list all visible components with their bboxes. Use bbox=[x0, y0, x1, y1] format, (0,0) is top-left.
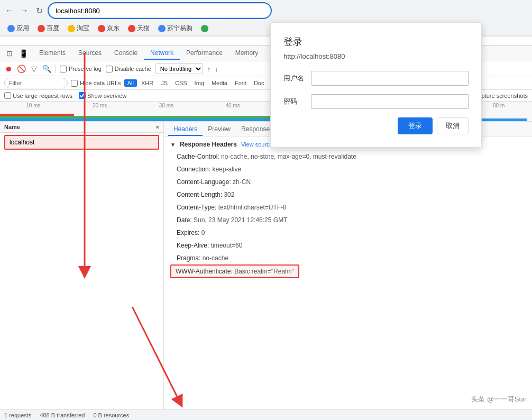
watermark: 头条 @一一哥Sun bbox=[471, 395, 527, 404]
use-large-rows-checkbox[interactable] bbox=[4, 92, 11, 99]
login-submit-button[interactable]: 登录 bbox=[398, 117, 433, 134]
tab-elements[interactable]: Elements bbox=[33, 47, 72, 60]
header-pragma-value: no-cache bbox=[203, 254, 228, 262]
response-headers-section: Response Headers View source Cache-Contr… bbox=[164, 136, 532, 282]
bookmark-jd[interactable]: 京东 bbox=[95, 23, 123, 34]
throttle-select[interactable]: No throttling Fast 3G Slow 3G Offline bbox=[155, 63, 203, 74]
filter-xhr-button[interactable]: XHR bbox=[138, 79, 157, 87]
login-dialog: 登录 http://localhost:8080 用户名 密码 登录 取消 bbox=[270, 22, 482, 148]
request-name-localhost: localhost bbox=[10, 139, 34, 146]
disable-cache-checkbox[interactable] bbox=[106, 66, 113, 72]
disable-cache-checkbox-label[interactable]: Disable cache bbox=[106, 66, 151, 72]
filter-media-button[interactable]: Media bbox=[208, 79, 231, 87]
browser-toolbar: ← → ↻ bbox=[0, 0, 532, 21]
show-overview-text: Show overview bbox=[87, 93, 126, 99]
header-connection-value: keep-alive bbox=[212, 166, 241, 173]
header-content-language: Content-Language: zh-CN bbox=[170, 176, 526, 188]
tab-sources[interactable]: Sources bbox=[72, 47, 108, 60]
header-pragma-name: Pragma: bbox=[177, 254, 203, 262]
capture-screenshots-text: Capture screenshots bbox=[474, 93, 528, 99]
filter-doc-button[interactable]: Doc bbox=[251, 79, 268, 87]
header-content-length: Content-Length: 302 bbox=[170, 188, 526, 201]
header-connection: Connection: keep-alive bbox=[170, 163, 526, 176]
suning-icon bbox=[158, 25, 166, 32]
detail-tab-response[interactable]: Response bbox=[236, 123, 275, 136]
login-buttons: 登录 取消 bbox=[283, 117, 469, 134]
response-headers-label: Response Headers bbox=[180, 141, 237, 148]
header-content-type: Content-Type: text/html;charset=UTF-8 bbox=[170, 201, 526, 214]
apps-icon bbox=[7, 25, 15, 32]
address-bar[interactable] bbox=[49, 3, 271, 18]
use-large-rows-label[interactable]: Use large request rows bbox=[4, 92, 72, 99]
filter-img-button[interactable]: Img bbox=[191, 79, 207, 87]
header-expires-value: 0 bbox=[201, 229, 205, 236]
bookmark-taobao[interactable]: 淘宝 bbox=[65, 23, 93, 34]
header-date-name: Date: bbox=[177, 216, 194, 224]
clear-button[interactable]: 🚫 bbox=[17, 65, 25, 73]
bookmark-extra[interactable] bbox=[198, 24, 212, 33]
bookmark-apps-label: 应用 bbox=[16, 24, 29, 33]
preserve-log-checkbox[interactable] bbox=[60, 66, 67, 72]
device-icon[interactable]: 📱 bbox=[18, 48, 29, 59]
header-expires: Expires: 0 bbox=[170, 226, 526, 239]
reload-button[interactable]: ↻ bbox=[34, 5, 44, 16]
filter-css-button[interactable]: CSS bbox=[172, 79, 190, 87]
password-label: 密码 bbox=[283, 97, 305, 106]
record-button[interactable]: ⏺ bbox=[4, 65, 13, 73]
view-source-link[interactable]: View source bbox=[241, 141, 273, 148]
preserve-log-checkbox-label[interactable]: Preserve log bbox=[60, 66, 102, 72]
inspect-icon[interactable]: ⊡ bbox=[4, 48, 15, 59]
search-icon[interactable]: 🔍 bbox=[42, 65, 51, 73]
tab-memory[interactable]: Memory bbox=[229, 47, 264, 60]
header-expires-name: Expires: bbox=[177, 229, 201, 236]
username-input[interactable] bbox=[311, 71, 469, 86]
hide-data-urls-label[interactable]: Hide data URLs bbox=[71, 80, 121, 87]
hide-data-urls-checkbox[interactable] bbox=[71, 80, 78, 87]
header-content-type-value: text/html;charset=UTF-8 bbox=[218, 204, 287, 211]
requests-name-header: Name bbox=[4, 124, 20, 130]
back-button[interactable]: ← bbox=[4, 5, 15, 16]
header-content-language-value: zh-CN bbox=[233, 178, 251, 186]
cancel-button[interactable]: 取消 bbox=[437, 117, 469, 134]
jd-icon bbox=[98, 25, 105, 32]
filter-js-button[interactable]: JS bbox=[158, 79, 171, 87]
tab-performance[interactable]: Performance bbox=[180, 47, 229, 60]
bookmark-suning[interactable]: 苏宁易购 bbox=[155, 23, 196, 34]
upload-icon[interactable]: ↑ bbox=[207, 65, 211, 73]
bookmark-apps[interactable]: 应用 bbox=[4, 23, 32, 34]
request-item-localhost[interactable]: localhost bbox=[4, 135, 159, 150]
bookmark-suning-label: 苏宁易购 bbox=[167, 24, 192, 33]
taobao-icon bbox=[68, 25, 75, 32]
download-icon[interactable]: ↓ bbox=[215, 65, 218, 73]
filter-font-button[interactable]: Font bbox=[232, 79, 250, 87]
detail-tab-headers[interactable]: Headers bbox=[168, 123, 203, 136]
tl-label-20ms: 20 ms bbox=[67, 103, 133, 108]
tab-network[interactable]: Network bbox=[144, 47, 180, 60]
password-input[interactable] bbox=[311, 94, 469, 109]
baidu-icon bbox=[38, 25, 45, 32]
resources-size: 0 B resources bbox=[93, 412, 129, 418]
close-panel-button[interactable]: × bbox=[156, 124, 159, 130]
preserve-log-label: Preserve log bbox=[69, 66, 102, 72]
show-overview-checkbox[interactable] bbox=[79, 92, 86, 99]
forward-button[interactable]: → bbox=[19, 5, 30, 16]
filter-input[interactable] bbox=[4, 78, 68, 88]
hide-data-urls-text: Hide data URLs bbox=[80, 80, 121, 86]
tl-label-30ms: 30 ms bbox=[133, 103, 200, 108]
bookmark-baidu[interactable]: 百度 bbox=[34, 23, 62, 34]
bookmark-jd-label: 京东 bbox=[107, 24, 120, 33]
tab-console[interactable]: Console bbox=[108, 47, 144, 60]
login-url: http://localhost:8080 bbox=[283, 52, 469, 60]
extra-icon bbox=[201, 25, 208, 32]
header-content-length-name: Content-Length: bbox=[177, 191, 224, 198]
detail-tab-preview[interactable]: Preview bbox=[203, 123, 236, 136]
header-date-value: Sun, 23 May 2021 12:46:25 GMT bbox=[194, 216, 287, 224]
show-overview-label[interactable]: Show overview bbox=[79, 92, 126, 99]
header-date: Date: Sun, 23 May 2021 12:46:25 GMT bbox=[170, 214, 526, 226]
bookmark-tianmao[interactable]: 天猫 bbox=[125, 23, 153, 34]
header-keep-alive: Keep-Alive: timeout=60 bbox=[170, 239, 526, 252]
filter-all-button[interactable]: All bbox=[124, 79, 137, 87]
main-content: Name × localhost Headers Preview Respons… bbox=[0, 122, 532, 409]
filter-icon[interactable]: ▽ bbox=[30, 65, 38, 73]
tl-label-40ms: 40 ms bbox=[199, 103, 266, 108]
